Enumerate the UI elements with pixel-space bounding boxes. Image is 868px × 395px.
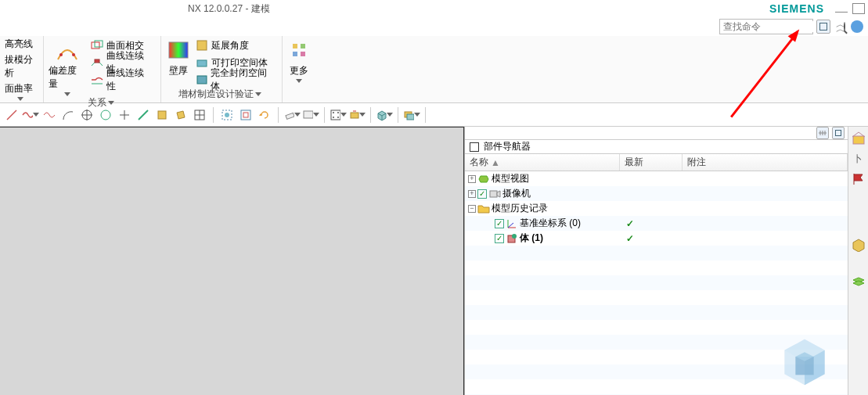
more-cmd[interactable]: 更多	[286, 38, 312, 83]
tool-grid[interactable]	[191, 106, 208, 124]
tree-row-datum[interactable]: ✓ 基准坐标系 (0) ✓	[465, 216, 848, 231]
right-sidebar: 卜	[848, 127, 868, 395]
svg-rect-55	[853, 136, 864, 144]
svg-point-1	[72, 53, 75, 56]
tool-eraser[interactable]	[283, 106, 301, 124]
col-note[interactable]: 附注	[683, 154, 848, 171]
printable-icon	[196, 56, 208, 69]
tree-row-modelview[interactable]: + 模型视图	[465, 171, 848, 186]
tool-circle[interactable]	[97, 106, 114, 124]
extend-angle-cmd[interactable]: 延展角度	[196, 38, 274, 53]
watermark-logo	[777, 335, 832, 390]
tool-sine[interactable]	[41, 106, 58, 124]
curve-continuity-icon	[91, 56, 103, 69]
search-icon	[844, 22, 845, 31]
tool-layer[interactable]	[403, 106, 420, 124]
svg-point-35	[333, 117, 334, 118]
fully-closed-cmd[interactable]: 完全封闭空间体	[196, 72, 274, 88]
nav-opt2-button[interactable]	[832, 127, 845, 139]
tool-crosshair[interactable]	[78, 106, 95, 124]
help-icon[interactable]	[851, 20, 863, 33]
highlight-line-cmd[interactable]: 高亮线	[5, 38, 33, 51]
tree-row-camera[interactable]: +✓ 摄像机	[465, 186, 848, 201]
tool-face1[interactable]	[153, 106, 171, 124]
extend-angle-icon	[196, 39, 208, 52]
svg-point-34	[337, 112, 339, 113]
svg-point-18	[101, 110, 110, 120]
app-title: NX 12.0.0.27 - 建模	[188, 2, 270, 16]
side-layers-icon[interactable]	[852, 275, 866, 289]
svg-rect-28	[241, 110, 250, 120]
side-flag-icon[interactable]	[852, 172, 866, 186]
tool-surfaceop[interactable]	[348, 106, 366, 124]
svg-rect-13	[301, 52, 305, 56]
tree-row-body[interactable]: ✓ 体 (1) ✓	[465, 231, 848, 246]
svg-point-33	[333, 112, 334, 113]
svg-rect-31	[304, 111, 313, 118]
face-curvature-cmd[interactable]: 面曲率	[5, 82, 33, 95]
minimize-button[interactable]	[835, 11, 848, 13]
tool-box[interactable]	[376, 106, 393, 124]
surface-intersect-icon	[91, 39, 103, 52]
col-name[interactable]: 名称 ▲	[465, 154, 620, 171]
tool-fit[interactable]	[218, 106, 236, 124]
svg-rect-9	[197, 76, 207, 84]
tool-wave[interactable]	[22, 106, 39, 124]
folder-icon	[477, 203, 490, 215]
viewport[interactable]	[0, 127, 464, 395]
ribbon: 高亮线 拔模分析 面曲率 偏差度量 曲面相交 曲线连续性 曲线连续性 关系 壁厚	[0, 36, 868, 103]
tool-rotate[interactable]	[256, 106, 273, 124]
svg-line-52	[508, 223, 513, 228]
dropdown-icon	[17, 97, 23, 101]
fully-closed-icon	[196, 74, 207, 86]
tool-plus[interactable]	[116, 106, 133, 124]
svg-rect-22	[158, 111, 166, 119]
svg-point-54	[512, 234, 517, 239]
nav-toggle-icon[interactable]	[470, 142, 479, 152]
camera-icon	[488, 188, 501, 200]
nav-columns: 名称 ▲ 最新 附注	[465, 154, 848, 171]
nav-opt1-button[interactable]	[816, 127, 829, 139]
deviation-cmd[interactable]: 偏差度量	[49, 38, 86, 96]
quick-access-bar: ︿︿	[0, 17, 868, 36]
curve-continuity2-icon	[91, 74, 103, 86]
svg-rect-4	[95, 59, 99, 63]
side-home-icon[interactable]	[852, 131, 866, 145]
svg-rect-10	[293, 44, 297, 48]
side-text-icon[interactable]: 卜	[852, 152, 866, 166]
tool-line[interactable]	[3, 106, 20, 124]
svg-rect-29	[243, 113, 248, 117]
tool-arc[interactable]	[59, 106, 77, 124]
svg-rect-30	[286, 113, 294, 119]
svg-rect-7	[197, 41, 207, 50]
svg-rect-39	[407, 114, 414, 120]
tool-face2[interactable]	[172, 106, 189, 124]
svg-rect-49	[490, 191, 497, 197]
col-latest[interactable]: 最新	[620, 154, 683, 171]
draft-analysis-cmd[interactable]: 拔模分析	[5, 53, 35, 80]
model-body	[0, 127, 463, 395]
tool-pattern[interactable]	[330, 106, 347, 124]
side-box-icon[interactable]	[852, 238, 866, 252]
tool-edge[interactable]	[135, 106, 152, 124]
tool-zoom[interactable]	[237, 106, 254, 124]
ribbon-group-relations: 偏差度量 曲面相交 曲线连续性 曲线连续性 关系	[44, 36, 161, 102]
body-icon	[506, 232, 518, 245]
maximize-button[interactable]	[852, 3, 865, 14]
svg-line-14	[7, 110, 16, 120]
svg-rect-32	[331, 110, 340, 120]
svg-line-21	[139, 110, 148, 120]
tree-row-history[interactable]: − 模型历史记录	[465, 201, 848, 216]
nav-tree[interactable]: + 模型视图 +✓ 摄像机 − 模型历史记录 ✓ 基准坐标系 (0) ✓ ✓ 体…	[465, 171, 848, 395]
fullscreen-button[interactable]	[816, 20, 830, 34]
curve-continuity2-cmd[interactable]: 曲线连续性	[91, 72, 153, 88]
svg-rect-11	[301, 44, 305, 48]
svg-rect-8	[197, 60, 207, 66]
tool-display[interactable]	[302, 106, 319, 124]
svg-rect-3	[95, 41, 103, 47]
datum-icon	[506, 217, 518, 230]
check-icon: ✓	[626, 218, 634, 229]
wall-thickness-cmd[interactable]: 壁厚	[166, 38, 191, 77]
svg-point-36	[337, 117, 339, 118]
svg-rect-6	[169, 42, 188, 58]
